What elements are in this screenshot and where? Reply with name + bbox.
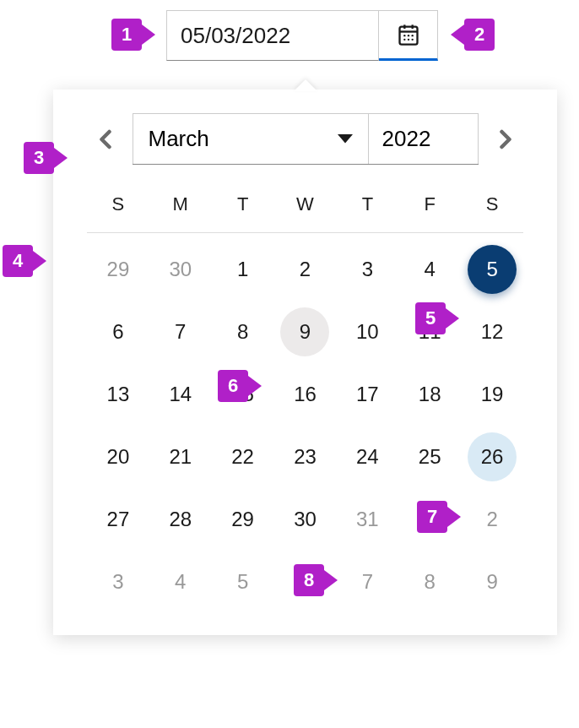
day-cell[interactable]: 27 [87,493,149,546]
weekday-cell: M [149,185,212,224]
day-cell[interactable]: 31 [336,493,398,546]
day-cell[interactable]: 3 [336,243,398,296]
day-number: 25 [405,432,454,481]
day-cell[interactable]: 8 [398,556,461,608]
day-cell[interactable]: 5 [212,556,274,608]
annotation-2: 2 [451,19,495,51]
annotation-3: 3 [24,142,68,174]
day-cell[interactable]: 30 [274,493,337,546]
day-cell[interactable]: 22 [212,431,274,483]
day-cell[interactable]: 14 [149,368,212,421]
date-input[interactable] [166,10,379,61]
day-number: 30 [156,245,205,294]
month-select[interactable]: March [133,113,369,164]
day-cell[interactable]: 10 [336,306,398,358]
day-cell[interactable]: 9 [274,306,337,358]
calendar-icon [397,23,420,46]
day-number: 26 [468,432,517,481]
caret-down-icon [338,134,353,144]
day-cell[interactable]: 18 [398,368,461,421]
day-cell[interactable]: 17 [336,368,398,421]
day-cell[interactable]: 26 [461,431,523,483]
day-cell[interactable]: 19 [461,368,523,421]
day-number: 27 [94,495,143,544]
day-cell[interactable]: 6 [87,306,149,358]
day-cell[interactable]: 2 [274,243,337,296]
day-number: 17 [343,370,392,419]
day-cell[interactable]: 1 [212,243,274,296]
day-number: 12 [468,307,517,356]
calendar-toggle-button[interactable] [379,10,438,61]
day-cell[interactable]: 29 [87,243,149,296]
annotation-6: 6 [218,370,262,402]
day-cell[interactable]: 30 [149,243,212,296]
calendar-popup: March SMTWTFS 29301234567891011121314151… [53,90,557,635]
prev-month-button[interactable] [89,122,122,156]
weekday-cell: F [398,185,461,224]
weekday-cell: S [87,185,149,224]
day-number: 8 [405,557,454,606]
day-cell[interactable]: 3 [87,556,149,608]
day-cell[interactable]: 29 [212,493,274,546]
day-cell[interactable]: 5 [461,243,523,296]
annotation-7: 7 [417,501,461,533]
day-number: 22 [219,432,268,481]
weekday-cell: S [461,185,523,224]
annotation-4: 4 [3,245,46,277]
day-number: 9 [280,307,329,356]
chevron-left-icon [99,129,112,149]
day-cell[interactable]: 7 [336,556,398,608]
day-cell[interactable]: 28 [149,493,212,546]
day-number: 18 [405,370,454,419]
day-number: 7 [156,307,205,356]
day-number: 13 [94,370,143,419]
day-cell[interactable]: 9 [461,556,523,608]
day-number: 5 [468,245,517,294]
year-input[interactable] [369,113,479,164]
day-number: 4 [405,245,454,294]
day-cell[interactable]: 13 [87,368,149,421]
day-number: 10 [343,307,392,356]
day-number: 3 [94,557,143,606]
day-cell[interactable]: 8 [212,306,274,358]
day-number: 5 [219,557,268,606]
weekday-cell: T [212,185,274,224]
day-number: 31 [343,495,392,544]
day-number: 14 [156,370,205,419]
day-number: 1 [219,245,268,294]
svg-point-6 [411,35,413,36]
day-number: 30 [280,495,329,544]
annotation-5: 5 [415,302,459,334]
day-cell[interactable]: 4 [149,556,212,608]
annotation-1: 1 [111,19,155,51]
day-number: 24 [343,432,392,481]
day-number: 4 [156,557,205,606]
day-cell[interactable]: 2 [461,493,523,546]
day-cell[interactable]: 25 [398,431,461,483]
day-number: 19 [468,370,517,419]
day-cell[interactable]: 23 [274,431,337,483]
day-cell[interactable]: 4 [398,243,461,296]
month-label: March [149,126,209,152]
day-number: 16 [280,370,329,419]
weekday-cell: T [336,185,398,224]
next-month-button[interactable] [489,122,522,156]
chevron-right-icon [499,129,512,149]
day-number: 6 [94,307,143,356]
day-cell[interactable]: 12 [461,306,523,358]
weekday-cell: W [274,185,337,224]
weekday-header: SMTWTFS [87,185,523,224]
day-cell[interactable]: 7 [149,306,212,358]
day-cell[interactable]: 24 [336,431,398,483]
svg-point-4 [403,35,405,36]
annotation-8: 8 [294,564,338,596]
day-number: 28 [156,495,205,544]
day-cell[interactable]: 21 [149,431,212,483]
day-number: 29 [219,495,268,544]
day-cell[interactable]: 16 [274,368,337,421]
day-number: 9 [468,557,517,606]
day-number: 2 [468,495,517,544]
svg-point-8 [407,39,409,41]
day-cell[interactable]: 20 [87,431,149,483]
day-number: 20 [94,432,143,481]
